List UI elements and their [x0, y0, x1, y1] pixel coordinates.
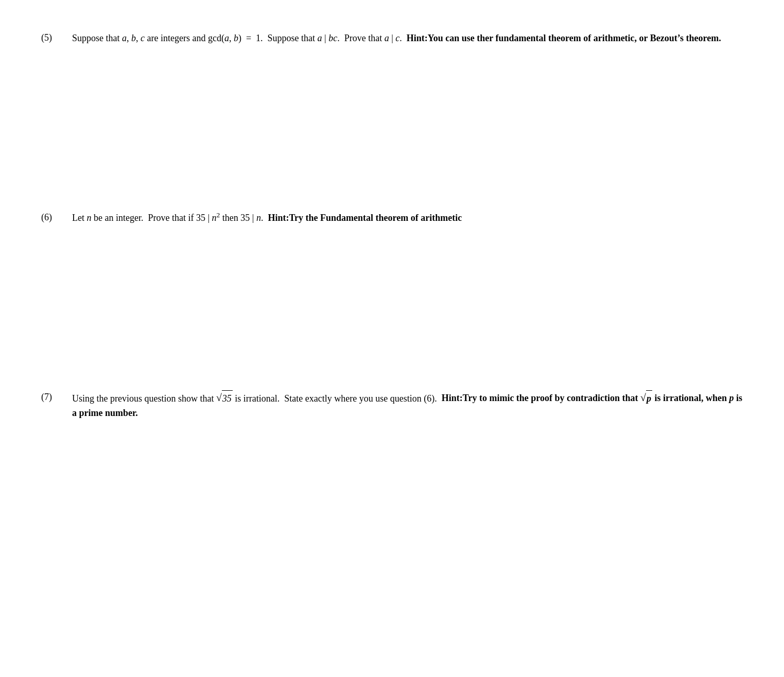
sqrt-content-35: 35 [222, 390, 233, 406]
problem-7: (7) Using the previous question show tha… [41, 390, 743, 421]
sqrt-content-p: p [646, 390, 652, 406]
sqrt-p: √p [640, 390, 652, 406]
page: (5) Suppose that a, b, c are integers an… [0, 0, 784, 677]
problem-7-content: Using the previous question show that √3… [72, 390, 743, 421]
problem-5-number: (5) [41, 31, 72, 45]
problem-5: (5) Suppose that a, b, c are integers an… [41, 31, 743, 46]
problem-6: (6) Let n be an integer. Prove that if 3… [41, 211, 743, 225]
problem-7-number: (7) [41, 390, 72, 404]
problem-6-number: (6) [41, 211, 72, 224]
sqrt-symbol: √ [216, 393, 222, 403]
problem-5-content: Suppose that a, b, c are integers and gc… [72, 31, 743, 46]
sqrt-symbol-p: √ [640, 393, 646, 403]
problem-6-content: Let n be an integer. Prove that if 35 | … [72, 211, 743, 225]
sqrt-35: √35 [216, 390, 233, 406]
